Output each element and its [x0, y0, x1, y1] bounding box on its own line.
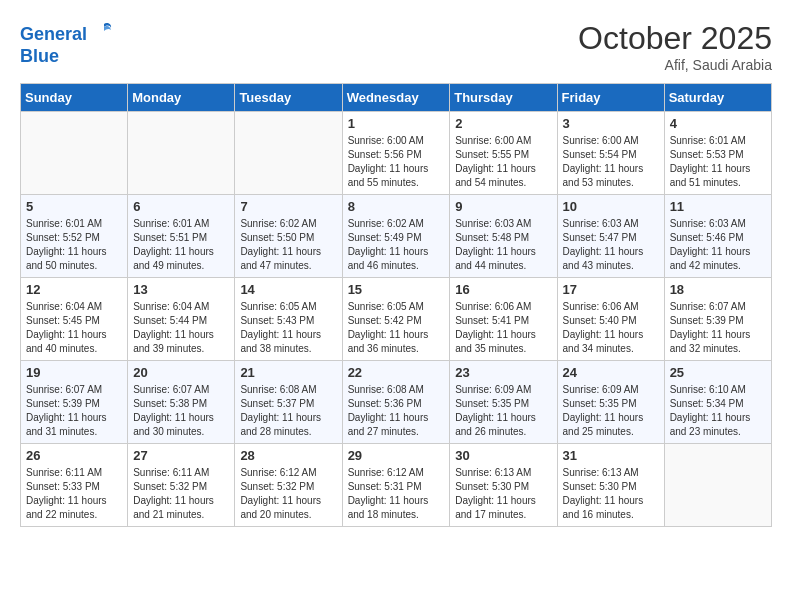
calendar-cell: 24Sunrise: 6:09 AM Sunset: 5:35 PM Dayli… [557, 361, 664, 444]
weekday-header-saturday: Saturday [664, 84, 771, 112]
calendar-cell: 11Sunrise: 6:03 AM Sunset: 5:46 PM Dayli… [664, 195, 771, 278]
day-number: 18 [670, 282, 766, 297]
day-info: Sunrise: 6:04 AM Sunset: 5:45 PM Dayligh… [26, 300, 122, 356]
weekday-header-wednesday: Wednesday [342, 84, 450, 112]
calendar-week-3: 12Sunrise: 6:04 AM Sunset: 5:45 PM Dayli… [21, 278, 772, 361]
calendar-cell: 15Sunrise: 6:05 AM Sunset: 5:42 PM Dayli… [342, 278, 450, 361]
day-number: 9 [455, 199, 551, 214]
calendar-cell: 18Sunrise: 6:07 AM Sunset: 5:39 PM Dayli… [664, 278, 771, 361]
day-number: 24 [563, 365, 659, 380]
day-number: 20 [133, 365, 229, 380]
day-info: Sunrise: 6:02 AM Sunset: 5:49 PM Dayligh… [348, 217, 445, 273]
day-info: Sunrise: 6:08 AM Sunset: 5:36 PM Dayligh… [348, 383, 445, 439]
calendar-cell: 12Sunrise: 6:04 AM Sunset: 5:45 PM Dayli… [21, 278, 128, 361]
day-number: 4 [670, 116, 766, 131]
day-number: 22 [348, 365, 445, 380]
calendar-cell: 13Sunrise: 6:04 AM Sunset: 5:44 PM Dayli… [128, 278, 235, 361]
calendar-cell: 17Sunrise: 6:06 AM Sunset: 5:40 PM Dayli… [557, 278, 664, 361]
day-number: 2 [455, 116, 551, 131]
day-info: Sunrise: 6:00 AM Sunset: 5:56 PM Dayligh… [348, 134, 445, 190]
day-number: 1 [348, 116, 445, 131]
day-number: 31 [563, 448, 659, 463]
day-number: 26 [26, 448, 122, 463]
calendar-cell: 27Sunrise: 6:11 AM Sunset: 5:32 PM Dayli… [128, 444, 235, 527]
logo: General Blue [20, 20, 114, 67]
calendar-cell: 1Sunrise: 6:00 AM Sunset: 5:56 PM Daylig… [342, 112, 450, 195]
day-number: 19 [26, 365, 122, 380]
day-number: 7 [240, 199, 336, 214]
day-info: Sunrise: 6:01 AM Sunset: 5:53 PM Dayligh… [670, 134, 766, 190]
weekday-header-thursday: Thursday [450, 84, 557, 112]
day-number: 8 [348, 199, 445, 214]
day-number: 5 [26, 199, 122, 214]
logo-bird-icon [94, 20, 114, 40]
day-info: Sunrise: 6:11 AM Sunset: 5:33 PM Dayligh… [26, 466, 122, 522]
day-info: Sunrise: 6:03 AM Sunset: 5:48 PM Dayligh… [455, 217, 551, 273]
day-number: 28 [240, 448, 336, 463]
day-number: 12 [26, 282, 122, 297]
page-header: General Blue October 2025 Afif, Saudi Ar… [20, 20, 772, 73]
logo-blue: Blue [20, 46, 59, 66]
day-number: 16 [455, 282, 551, 297]
day-info: Sunrise: 6:13 AM Sunset: 5:30 PM Dayligh… [563, 466, 659, 522]
day-number: 23 [455, 365, 551, 380]
calendar-cell: 29Sunrise: 6:12 AM Sunset: 5:31 PM Dayli… [342, 444, 450, 527]
calendar-cell: 7Sunrise: 6:02 AM Sunset: 5:50 PM Daylig… [235, 195, 342, 278]
weekday-header-friday: Friday [557, 84, 664, 112]
weekday-header-sunday: Sunday [21, 84, 128, 112]
calendar-cell: 21Sunrise: 6:08 AM Sunset: 5:37 PM Dayli… [235, 361, 342, 444]
calendar-cell: 10Sunrise: 6:03 AM Sunset: 5:47 PM Dayli… [557, 195, 664, 278]
calendar-table: SundayMondayTuesdayWednesdayThursdayFrid… [20, 83, 772, 527]
day-info: Sunrise: 6:09 AM Sunset: 5:35 PM Dayligh… [563, 383, 659, 439]
calendar-cell: 25Sunrise: 6:10 AM Sunset: 5:34 PM Dayli… [664, 361, 771, 444]
day-info: Sunrise: 6:06 AM Sunset: 5:40 PM Dayligh… [563, 300, 659, 356]
day-number: 27 [133, 448, 229, 463]
day-info: Sunrise: 6:02 AM Sunset: 5:50 PM Dayligh… [240, 217, 336, 273]
calendar-cell: 16Sunrise: 6:06 AM Sunset: 5:41 PM Dayli… [450, 278, 557, 361]
calendar-cell [235, 112, 342, 195]
calendar-cell: 5Sunrise: 6:01 AM Sunset: 5:52 PM Daylig… [21, 195, 128, 278]
day-number: 15 [348, 282, 445, 297]
calendar-cell [21, 112, 128, 195]
day-info: Sunrise: 6:00 AM Sunset: 5:54 PM Dayligh… [563, 134, 659, 190]
day-info: Sunrise: 6:06 AM Sunset: 5:41 PM Dayligh… [455, 300, 551, 356]
day-info: Sunrise: 6:05 AM Sunset: 5:43 PM Dayligh… [240, 300, 336, 356]
calendar-cell: 31Sunrise: 6:13 AM Sunset: 5:30 PM Dayli… [557, 444, 664, 527]
day-number: 11 [670, 199, 766, 214]
day-number: 30 [455, 448, 551, 463]
day-info: Sunrise: 6:01 AM Sunset: 5:52 PM Dayligh… [26, 217, 122, 273]
location-subtitle: Afif, Saudi Arabia [578, 57, 772, 73]
weekday-header-row: SundayMondayTuesdayWednesdayThursdayFrid… [21, 84, 772, 112]
day-info: Sunrise: 6:00 AM Sunset: 5:55 PM Dayligh… [455, 134, 551, 190]
day-info: Sunrise: 6:04 AM Sunset: 5:44 PM Dayligh… [133, 300, 229, 356]
day-number: 21 [240, 365, 336, 380]
title-area: October 2025 Afif, Saudi Arabia [578, 20, 772, 73]
calendar-cell: 3Sunrise: 6:00 AM Sunset: 5:54 PM Daylig… [557, 112, 664, 195]
calendar-week-5: 26Sunrise: 6:11 AM Sunset: 5:33 PM Dayli… [21, 444, 772, 527]
day-info: Sunrise: 6:03 AM Sunset: 5:46 PM Dayligh… [670, 217, 766, 273]
day-number: 14 [240, 282, 336, 297]
month-title: October 2025 [578, 20, 772, 57]
day-info: Sunrise: 6:11 AM Sunset: 5:32 PM Dayligh… [133, 466, 229, 522]
calendar-cell: 19Sunrise: 6:07 AM Sunset: 5:39 PM Dayli… [21, 361, 128, 444]
calendar-cell: 22Sunrise: 6:08 AM Sunset: 5:36 PM Dayli… [342, 361, 450, 444]
weekday-header-tuesday: Tuesday [235, 84, 342, 112]
calendar-cell: 8Sunrise: 6:02 AM Sunset: 5:49 PM Daylig… [342, 195, 450, 278]
day-number: 25 [670, 365, 766, 380]
day-number: 13 [133, 282, 229, 297]
day-info: Sunrise: 6:13 AM Sunset: 5:30 PM Dayligh… [455, 466, 551, 522]
day-number: 17 [563, 282, 659, 297]
day-info: Sunrise: 6:07 AM Sunset: 5:39 PM Dayligh… [670, 300, 766, 356]
calendar-week-2: 5Sunrise: 6:01 AM Sunset: 5:52 PM Daylig… [21, 195, 772, 278]
day-info: Sunrise: 6:07 AM Sunset: 5:38 PM Dayligh… [133, 383, 229, 439]
day-number: 3 [563, 116, 659, 131]
calendar-week-4: 19Sunrise: 6:07 AM Sunset: 5:39 PM Dayli… [21, 361, 772, 444]
calendar-cell: 6Sunrise: 6:01 AM Sunset: 5:51 PM Daylig… [128, 195, 235, 278]
day-info: Sunrise: 6:12 AM Sunset: 5:31 PM Dayligh… [348, 466, 445, 522]
logo-general: General [20, 24, 87, 44]
day-info: Sunrise: 6:01 AM Sunset: 5:51 PM Dayligh… [133, 217, 229, 273]
calendar-cell: 14Sunrise: 6:05 AM Sunset: 5:43 PM Dayli… [235, 278, 342, 361]
day-info: Sunrise: 6:07 AM Sunset: 5:39 PM Dayligh… [26, 383, 122, 439]
day-number: 6 [133, 199, 229, 214]
day-number: 29 [348, 448, 445, 463]
